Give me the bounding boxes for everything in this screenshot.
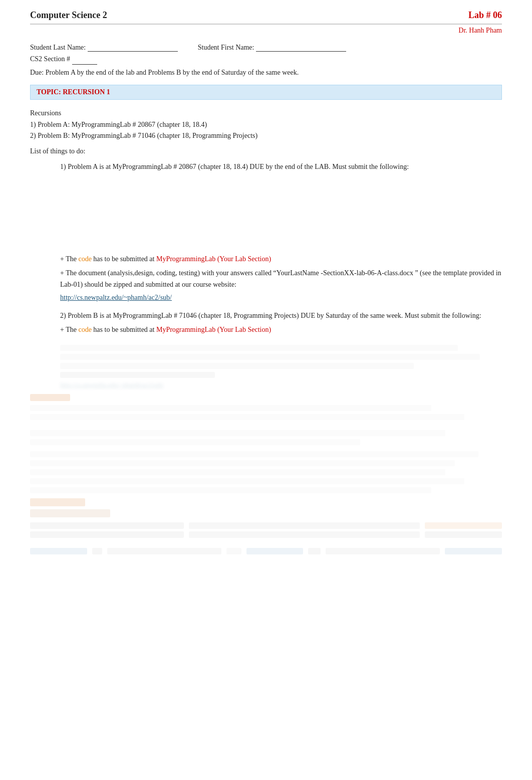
topic-banner: TOPIC: RECURSION 1 [30,85,502,100]
code-submit-line-1: + The code has to be submitted at MyProg… [60,253,502,265]
mpl-link-1: MyProgrammingLab (Your Lab Section) [156,255,271,263]
website-link: http://cs.newpaltz.edu/~phamh/ac2/sub/ [60,292,502,304]
list-label: List of things to do: [30,146,502,157]
blurred-block-1: http://cs.newpaltz.edu/~phamh/ac2/sub/ [60,345,502,389]
doc-submit-line: + The document (analysis,design, coding,… [60,267,502,291]
section-field[interactable] [72,57,97,65]
instructor-name: Dr. Hanh Pham [30,27,502,35]
last-name-field[interactable] [88,44,178,52]
problem-b-detail: 2) Problem B is at MyProgrammingLab # 71… [60,310,502,322]
code-word-2: code [78,326,91,333]
code-submit-line-2: + The code has to be submitted at MyProg… [60,324,502,336]
first-name-field[interactable] [256,44,346,52]
section-row: CS2 Section # [30,54,502,65]
header-right: Lab # 06 [468,10,502,21]
blurred-block-2 [30,405,502,493]
problem-a-list-item: 1) Problem A: MyProgrammingLab # 20867 (… [30,119,502,130]
blurred-problem-2-header [30,498,502,506]
blurred-problem-desc-header [30,509,502,517]
blurred-bottom-row [30,548,502,554]
problem-b-list-item: 2) Problem B: MyProgrammingLab # 71046 (… [30,130,502,141]
due-line: Due: Problem A by the end of the lab and… [30,69,502,77]
blurred-table-row [30,522,502,538]
last-name-label: Student Last Name: [30,44,178,52]
page: Computer Science 2 Lab # 06 Dr. Hanh Pha… [0,0,532,780]
header: Computer Science 2 Lab # 06 [30,10,502,25]
mpl-link-2: MyProgrammingLab (Your Lab Section) [156,326,271,333]
blurred-content-area: http://cs.newpaltz.edu/~phamh/ac2/sub/ [30,345,502,554]
student-info-section: Student Last Name: Student First Name: C… [30,44,502,77]
problem-a-detail-block: 1) Problem A is at MyProgrammingLab # 20… [60,161,502,336]
blurred-problem-b-header [30,394,502,401]
code-word-1: code [78,255,91,263]
course-title: Computer Science 2 [30,10,107,21]
student-name-row: Student Last Name: Student First Name: [30,44,502,52]
recursions-title: Recursions [30,108,502,119]
recursions-label: Recursions 1) Problem A: MyProgrammingLa… [30,108,502,141]
lab-number: Lab # 06 [468,10,502,21]
answer-area-a [60,173,502,253]
problem-a-detail: 1) Problem A is at MyProgrammingLab # 20… [60,161,502,173]
problem-b-detail-block: 2) Problem B is at MyProgrammingLab # 71… [60,310,502,336]
first-name-label: Student First Name: [198,44,346,52]
